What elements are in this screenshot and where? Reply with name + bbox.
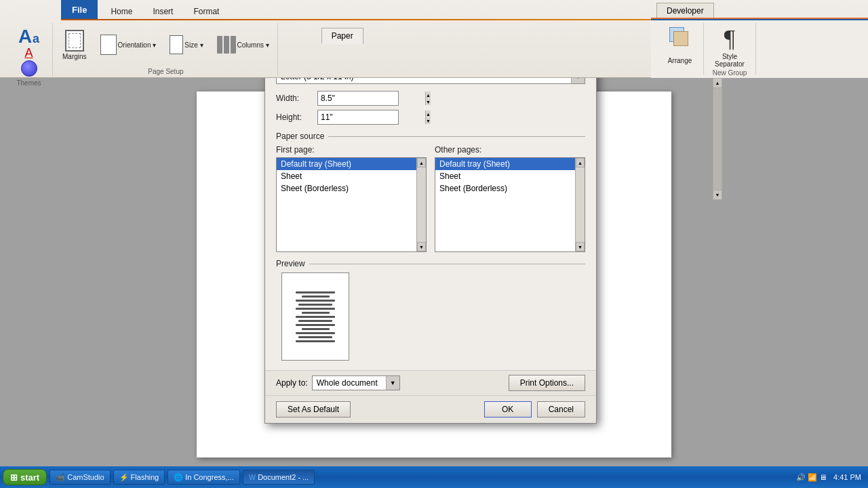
height-input[interactable] <box>318 113 425 122</box>
tab-format[interactable]: Format <box>183 3 229 19</box>
other-pages-panel: Other pages: Default tray (Sheet) Sheet … <box>435 145 585 252</box>
orientation-button[interactable]: Orientation ▾ <box>96 32 161 58</box>
margins-label: Margins <box>62 53 87 60</box>
tab-developer[interactable]: Developer <box>656 3 714 18</box>
first-page-item-2[interactable]: Sheet (Borderless) <box>277 182 416 195</box>
set-as-default-btn[interactable]: Set As Default <box>276 401 351 418</box>
margins-icon <box>65 30 84 52</box>
pline-1 <box>296 291 334 293</box>
first-page-scrollbar[interactable]: ▲ ▼ <box>416 158 426 251</box>
themes-label: Themes <box>16 79 41 87</box>
ribbon-group-themes: A a A Themes <box>5 23 53 77</box>
first-page-label: First page: <box>276 145 427 155</box>
preview-section: Preview <box>276 259 585 361</box>
first-page-scroll-up[interactable]: ▲ <box>417 158 426 167</box>
taskbar-item-flashing[interactable]: ⚡ Flashing <box>113 470 165 485</box>
ribbon-group-style-separator: ¶ Style Separator New Group <box>704 23 756 75</box>
size-label: Size ▾ <box>184 41 203 49</box>
height-spin[interactable]: ▲ ▼ <box>317 110 399 125</box>
other-pages-item-0[interactable]: Default tray (Sheet) <box>435 158 575 170</box>
themes-aa-small: a <box>33 32 39 46</box>
ribbon-group-arrange: Arrange <box>656 23 704 75</box>
developer-tab-bar: Developer <box>651 0 868 18</box>
apply-to-dropdown[interactable]: Whole document ▼ <box>312 375 400 390</box>
first-page-panel: First page: Default tray (Sheet) Sheet S… <box>276 145 427 252</box>
margins-button[interactable]: Margins <box>58 27 91 63</box>
congress-label: In Congress,... <box>185 473 234 481</box>
other-pages-item-2[interactable]: Sheet (Borderless) <box>435 182 575 195</box>
themes-a-underline: A <box>24 46 33 60</box>
tab-file[interactable]: File <box>61 0 98 19</box>
start-button[interactable]: ⊞ start <box>3 469 47 485</box>
other-pages-scrollbar[interactable]: ▲ ▼ <box>575 158 585 251</box>
apply-to-row: Apply to: Whole document ▼ <box>276 375 400 390</box>
paper-source-row: First page: Default tray (Sheet) Sheet S… <box>276 145 585 252</box>
first-page-scroll-down[interactable]: ▼ <box>417 242 426 251</box>
ribbon: File Home Insert Format A a A Themes <box>0 0 868 78</box>
columns-icon <box>217 36 236 54</box>
width-row: Width: ▲ ▼ <box>276 91 585 106</box>
clock: 4:41 PM <box>829 473 865 481</box>
first-page-item-0[interactable]: Default tray (Sheet) <box>277 158 416 170</box>
size-icon <box>170 35 183 54</box>
width-spin-down[interactable]: ▼ <box>426 98 431 105</box>
pline-4 <box>298 304 332 306</box>
first-page-listbox[interactable]: Default tray (Sheet) Sheet Sheet (Border… <box>276 157 427 252</box>
height-spin-down[interactable]: ▼ <box>426 117 431 124</box>
other-pages-listbox[interactable]: Default tray (Sheet) Sheet Sheet (Border… <box>435 157 585 252</box>
start-icon: ⊞ <box>10 472 18 483</box>
other-pages-item-1[interactable]: Sheet <box>435 170 575 182</box>
orientation-icon <box>100 35 117 55</box>
paper-source-label-text: Paper source <box>276 131 324 141</box>
other-pages-scroll-down[interactable]: ▼ <box>576 242 585 251</box>
height-row: Height: ▲ ▼ <box>276 110 585 125</box>
document-label: Document2 - ... <box>258 473 309 481</box>
taskbar-item-camstudio[interactable]: 📹 CamStudio <box>50 470 110 485</box>
flashing-label: Flashing <box>131 473 159 481</box>
ok-btn[interactable]: OK <box>484 401 532 418</box>
doc-vscrollbar[interactable]: ▲ ▼ <box>713 78 722 200</box>
apply-to-value: Whole document <box>317 378 395 388</box>
height-label: Height: <box>276 113 313 122</box>
tab-home[interactable]: Home <box>100 3 142 19</box>
width-spin[interactable]: ▲ ▼ <box>317 91 399 106</box>
paper-source-line <box>328 136 585 137</box>
preview-content <box>276 272 585 361</box>
style-separator-icon: ¶ <box>719 26 741 52</box>
flashing-icon: ⚡ <box>119 473 129 482</box>
dialog-body: Paper size: Letter (8 1/2 x 11 in) ▼ Wid… <box>265 45 596 370</box>
pline-3 <box>296 300 334 302</box>
columns-label: Columns ▾ <box>237 41 269 49</box>
taskbar: ⊞ start 📹 CamStudio ⚡ Flashing 🌐 In Cong… <box>0 466 868 488</box>
first-page-scroll-track <box>417 167 426 242</box>
taskbar-item-document[interactable]: W Document2 - ... <box>243 470 315 485</box>
dialog-tab-paper[interactable]: Paper <box>321 28 363 44</box>
themes-button[interactable]: A a A <box>16 26 42 78</box>
size-button[interactable]: Size ▾ <box>165 33 207 57</box>
camstudio-icon: 📹 <box>56 473 65 482</box>
arrange-label: Arrange <box>668 57 692 64</box>
scroll-up-btn[interactable]: ▲ <box>713 79 722 88</box>
first-page-listbox-content: Default tray (Sheet) Sheet Sheet (Border… <box>277 158 426 195</box>
ok-cancel-btns: OK Cancel <box>484 401 585 418</box>
apply-to-arrow[interactable]: ▼ <box>386 376 399 390</box>
width-input[interactable] <box>318 94 425 103</box>
orientation-label: Orientation ▾ <box>118 41 157 49</box>
width-label: Width: <box>276 94 313 103</box>
first-page-item-1[interactable]: Sheet <box>277 170 416 182</box>
other-pages-scroll-up[interactable]: ▲ <box>576 158 585 167</box>
cancel-btn[interactable]: Cancel <box>537 401 585 418</box>
themes-aa-large: A <box>18 27 32 46</box>
tab-insert[interactable]: Insert <box>142 3 183 19</box>
height-spin-up[interactable]: ▲ <box>426 110 431 117</box>
preview-box <box>281 272 349 361</box>
taskbar-item-congress[interactable]: 🌐 In Congress,... <box>167 470 240 485</box>
width-spin-btns: ▲ ▼ <box>425 92 431 105</box>
width-spin-up[interactable]: ▲ <box>426 92 431 98</box>
scroll-down-btn[interactable]: ▼ <box>713 190 722 199</box>
dialog-footer-main: Apply to: Whole document ▼ Print Options… <box>265 370 596 395</box>
print-options-btn[interactable]: Print Options... <box>509 375 585 391</box>
pline-10 <box>302 328 330 330</box>
style-separator-button[interactable]: ¶ Style Separator <box>709 26 750 68</box>
columns-button[interactable]: Columns ▾ <box>213 33 273 56</box>
